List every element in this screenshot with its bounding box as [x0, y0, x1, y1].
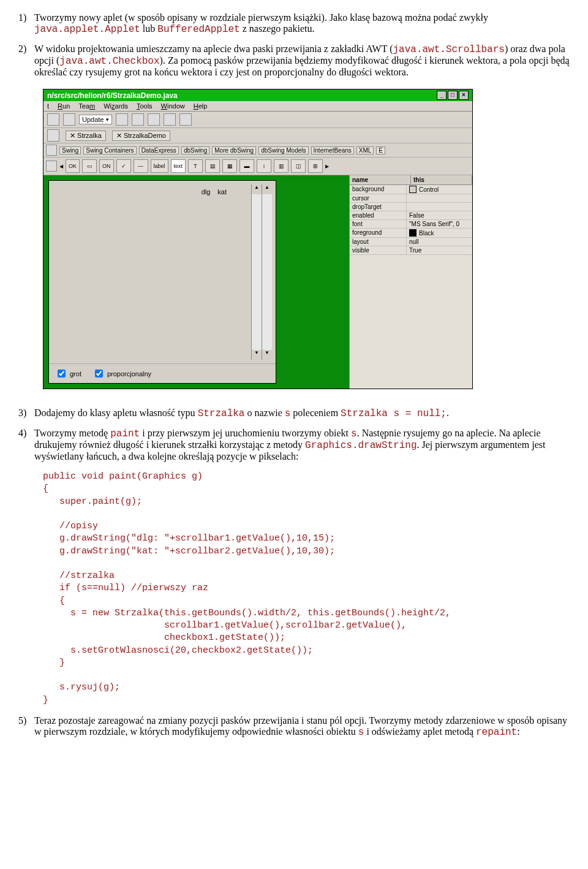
step-number: 5) — [18, 715, 34, 738]
property-inspector: name this backgroundControlcursordropTar… — [349, 175, 472, 389]
prop-name: foreground — [350, 229, 407, 237]
menu-item[interactable]: Wizards — [104, 102, 128, 110]
file-tab[interactable]: ✕ Strzalka — [66, 131, 106, 141]
toolbar-button[interactable] — [164, 113, 176, 126]
scroll-up-button[interactable]: ▲ — [262, 184, 272, 194]
ide-screenshot: n/src/src/helion/r6/StrzalkaDemo.java _ … — [43, 89, 473, 389]
property-row[interactable]: enabledFalse — [350, 211, 472, 220]
applet-form[interactable]: dlg kat ▲ ▼ ▲ ▼ — [48, 180, 276, 384]
design-canvas[interactable]: dlg kat ▲ ▼ ▲ ▼ — [43, 175, 349, 389]
chevron-left-icon[interactable]: ◀ — [59, 164, 63, 169]
palette-tab[interactable]: XML — [356, 146, 374, 154]
menu-item[interactable]: Tools — [137, 102, 153, 110]
palette-item[interactable]: ▭ — [82, 159, 97, 173]
palette-item[interactable]: ↕ — [257, 159, 271, 173]
scroll-down-button[interactable]: ▼ — [252, 350, 262, 360]
vertical-scrollbar[interactable]: ▲ ▼ — [262, 184, 272, 360]
form-client-area[interactable]: dlg kat — [53, 184, 251, 360]
step-2: 2) W widoku projektowania umieszczamy na… — [18, 44, 570, 78]
maximize-button[interactable]: □ — [448, 91, 458, 100]
palette-item[interactable]: ◫ — [291, 159, 306, 173]
vertical-scrollbar[interactable]: ▲ ▼ — [251, 184, 262, 360]
prop-value[interactable]: Black — [407, 229, 472, 237]
prop-header-name: name — [350, 175, 411, 184]
prop-value[interactable]: "MS Sans Serif", 0 — [407, 220, 472, 228]
palette-item[interactable]: ▦ — [222, 159, 237, 173]
menu-item[interactable]: Run — [58, 102, 70, 110]
toolbar-button[interactable] — [46, 145, 57, 156]
palette-item[interactable]: ▥ — [274, 159, 288, 173]
component-palette: ◀ OK ▭ ON ✓ — label text T ▤ ▦ ▬ ↕ ▥ ◫ ⊞… — [43, 157, 472, 175]
toolbar-button[interactable] — [179, 113, 192, 126]
prop-value[interactable]: Control — [407, 185, 472, 194]
code-inline: Strzalka — [198, 408, 245, 419]
toolbar-button[interactable] — [47, 113, 59, 126]
prop-value[interactable]: null — [407, 238, 472, 246]
property-row[interactable]: backgroundControl — [350, 185, 472, 194]
property-row[interactable]: font"MS Sans Serif", 0 — [350, 220, 472, 229]
property-row[interactable]: cursor — [350, 194, 472, 203]
palette-item[interactable]: ▬ — [239, 159, 254, 173]
cursor-icon[interactable] — [47, 129, 59, 142]
prop-header-value: this — [411, 175, 472, 184]
code-inline: s — [358, 727, 364, 738]
scroll-track[interactable] — [252, 194, 262, 350]
menu-item[interactable]: Window — [161, 102, 185, 110]
file-tab[interactable]: ✕ StrzalkaDemo — [112, 131, 170, 141]
menu-item[interactable]: Help — [194, 102, 208, 110]
scroll-up-button[interactable]: ▲ — [252, 184, 262, 194]
toolbar-button[interactable] — [116, 113, 128, 126]
prop-value[interactable]: False — [407, 211, 472, 219]
toolbar: Update — [43, 112, 472, 128]
palette-item[interactable]: ✓ — [116, 159, 131, 173]
palette-tab[interactable]: Swing Containers — [83, 146, 136, 154]
prop-value[interactable] — [407, 203, 472, 211]
palette-tab[interactable]: E — [376, 146, 385, 154]
scroll-down-button[interactable]: ▼ — [262, 350, 272, 360]
property-row[interactable]: dropTarget — [350, 203, 472, 211]
chevron-right-icon[interactable]: ▶ — [325, 164, 329, 169]
menu-bar: t Run Team Wizards Tools Window Help — [43, 101, 472, 112]
palette-item[interactable]: ▤ — [205, 159, 220, 173]
prop-value[interactable] — [407, 194, 472, 202]
code-inline: repaint — [476, 727, 517, 738]
code-inline: BufferedApplet — [157, 24, 239, 35]
palette-tab[interactable]: InternetBeans — [311, 146, 354, 154]
palette-tab[interactable]: More dbSwing — [212, 146, 256, 154]
property-row[interactable]: foregroundBlack — [350, 229, 472, 238]
scroll-track[interactable] — [262, 194, 272, 350]
code-inline: s — [351, 428, 357, 439]
checkbox-proporcjonalny[interactable]: proporcjonalny — [92, 368, 151, 379]
menu-item[interactable]: Team — [78, 102, 95, 110]
step-1: 1) Tworzymy nowy aplet (w sposób opisany… — [18, 12, 570, 35]
toolbar-button[interactable] — [148, 113, 160, 126]
palette-item[interactable]: ⊞ — [308, 159, 323, 173]
prop-name: cursor — [350, 194, 407, 202]
minimize-button[interactable]: _ — [437, 91, 447, 100]
palette-tab[interactable]: DataExpress — [139, 146, 179, 154]
palette-tab[interactable]: Swing — [59, 146, 81, 154]
toolbar-dropdown[interactable]: Update — [79, 115, 112, 124]
color-swatch-icon — [409, 229, 417, 237]
step-4: 4) Tworzymy metodę paint i przy pierwszy… — [18, 428, 570, 462]
palette-item[interactable]: ON — [99, 159, 114, 173]
property-row[interactable]: layoutnull — [350, 238, 472, 246]
palette-item[interactable]: label — [151, 159, 168, 173]
toolbar-button[interactable] — [63, 113, 75, 126]
palette-item[interactable]: T — [188, 159, 203, 173]
toolbar-button[interactable] — [46, 161, 57, 172]
step-body: Teraz pozostaje zareagować na zmiany poz… — [34, 715, 570, 738]
palette-item[interactable]: OK — [66, 159, 80, 173]
palette-item[interactable]: — — [134, 159, 148, 173]
step-number: 2) — [18, 44, 34, 78]
prop-value[interactable]: True — [407, 246, 472, 254]
menu-item[interactable]: t — [47, 102, 49, 110]
close-button[interactable]: × — [459, 91, 469, 100]
palette-tab[interactable]: dbSwing Models — [258, 146, 308, 154]
checkbox-grot[interactable]: grot — [55, 368, 81, 379]
palette-item[interactable]: text — [171, 159, 186, 173]
toolbar-button[interactable] — [132, 113, 144, 126]
property-row[interactable]: visibleTrue — [350, 246, 472, 255]
palette-tab[interactable]: dbSwing — [181, 146, 209, 154]
code-block-paint: public void paint(Graphics g) { super.pa… — [43, 471, 570, 707]
